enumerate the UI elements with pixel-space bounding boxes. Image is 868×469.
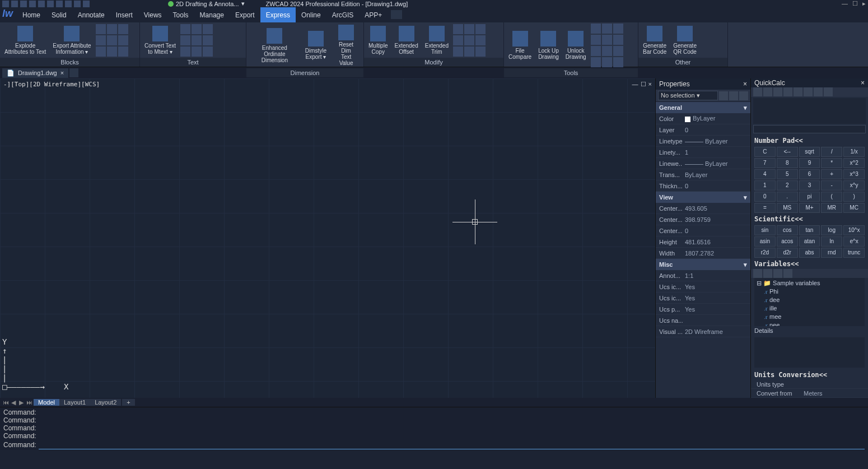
ribbon-small-button[interactable] [475,35,486,45]
ribbon-button[interactable]: MultipleCopy [366,25,390,56]
property-row[interactable]: Ucs ic...Yes [656,292,750,304]
calc-key[interactable]: 5 [777,169,798,179]
sci-key[interactable]: trunc [843,248,865,258]
menu-tab-insert[interactable]: Insert [110,7,138,22]
calc-key[interactable]: + [821,169,842,179]
ribbon-small-button[interactable] [180,35,190,45]
sci-key[interactable]: sin [754,225,776,235]
sci-key[interactable]: ln [821,236,842,247]
qc-tool-icon[interactable] [783,87,792,96]
menu-tab-express[interactable]: Express [260,7,296,22]
qat-icon[interactable] [47,1,54,7]
ribbon-small-button[interactable] [96,47,106,57]
sci-key[interactable]: abs [799,248,820,258]
ribbon-button[interactable]: Lock UpDrawing [536,30,561,61]
close-icon[interactable]: × [60,69,64,76]
units-title[interactable]: Units Conversion<< [751,370,868,380]
ribbon-button[interactable]: Convert Textto Mtext ▾ [142,25,178,56]
var-tool-icon[interactable] [763,269,772,278]
add-layout-button[interactable]: + [122,399,134,406]
var-item[interactable]: 𝑥nee [757,321,862,326]
ribbon-small-button[interactable] [453,47,463,57]
ribbon-button[interactable]: Export AttributeInformation ▾ [50,25,93,56]
ribbon-small-button[interactable] [453,24,463,34]
scientific-title[interactable]: Scientific<< [751,214,868,224]
qat-icon[interactable] [38,1,45,7]
ribbon-small-button[interactable] [613,24,623,34]
calc-key[interactable]: M+ [799,203,820,213]
quickcalc-header[interactable]: QuickCalc × [751,78,868,87]
var-item[interactable]: 𝑥Phi [757,287,862,296]
ribbon-small-button[interactable] [192,47,202,57]
ribbon-button[interactable]: GenerateBar Code [641,25,669,56]
property-row[interactable]: Linetype——— ByLayer [656,136,750,147]
properties-header[interactable]: Properties × [656,78,750,90]
next-layout-icon[interactable]: ▶ [18,399,25,406]
property-row[interactable]: Height481.6516 [656,236,750,248]
menu-tab-solid[interactable]: Solid [46,7,72,22]
menu-tab-app+[interactable]: APP+ [359,7,388,22]
qat-icon[interactable] [11,1,18,7]
ribbon-small-button[interactable] [602,46,612,56]
section-header[interactable]: General▾ [656,102,750,113]
variables-tree[interactable]: ⊟ 📁 Sample variables𝑥Phi𝑥dee𝑥ille𝑥mee𝑥ne… [754,278,865,326]
ribbon-small-button[interactable] [203,47,213,57]
maximize-icon[interactable]: ☐ [852,0,858,7]
quick-select-icon[interactable] [719,91,728,100]
ribbon-small-button[interactable] [118,47,128,57]
ribbon-small-button[interactable] [475,24,486,34]
ribbon-small-button[interactable] [107,35,117,45]
new-file-button[interactable] [69,68,78,77]
property-row[interactable]: Linewe...——— ByLayer [656,158,750,169]
calc-key[interactable]: x^2 [843,158,865,168]
ribbon-small-button[interactable] [180,24,190,34]
minimize-icon[interactable]: — [632,81,638,88]
sci-key[interactable]: cos [777,225,798,235]
var-tool-icon[interactable] [773,269,782,278]
calc-key[interactable]: 3 [799,180,820,191]
selection-dropdown[interactable]: No selection ▾ [658,91,718,100]
menu-tab-tools[interactable]: Tools [167,7,194,22]
select-objects-icon[interactable] [729,91,738,100]
ribbon-small-button[interactable] [107,47,117,57]
ribbon-button[interactable]: UnlockDrawing [563,30,589,61]
var-root[interactable]: ⊟ 📁 Sample variables [757,279,862,287]
ribbon-small-button[interactable] [118,24,128,34]
first-layout-icon[interactable]: ⏮ [2,399,9,406]
ribbon-button[interactable]: ExtendedTrim [423,25,451,56]
calc-key[interactable]: 1/x [843,147,865,157]
section-header[interactable]: Misc▾ [656,259,750,270]
sci-key[interactable]: e^x [843,236,865,247]
qat-icon[interactable] [2,1,9,7]
layout-tab[interactable]: Model [34,399,59,406]
sci-key[interactable]: acos [777,236,798,247]
calc-key[interactable]: . [777,192,798,202]
ribbon-small-button[interactable] [602,24,612,34]
qc-tool-icon[interactable] [773,87,782,96]
ribbon-button[interactable]: ExtendedOffset [392,25,420,56]
calc-key[interactable]: <-- [777,147,798,157]
calc-key[interactable]: x^3 [843,169,865,179]
ribbon-small-button[interactable] [464,47,474,57]
workspace-selector[interactable]: 2D Drafting & Annota... ▾ [168,0,245,7]
ribbon-small-button[interactable] [602,35,612,45]
numpad-title[interactable]: Number Pad<< [751,136,868,146]
ribbon-button[interactable]: Reset DimText Value [331,24,361,67]
file-tab[interactable]: 📄 Drawing1.dwg × [2,68,68,78]
calc-key[interactable]: MR [821,203,842,213]
menu-tab-views[interactable]: Views [138,7,167,22]
calc-key[interactable]: 1 [754,180,776,191]
drawing-viewport[interactable]: -][Top][2D Wireframe][WCS] — ☐ × Y↑|||□—… [0,78,655,398]
calc-key[interactable]: MS [777,203,798,213]
command-input[interactable] [39,441,865,449]
calc-key[interactable]: * [821,158,842,168]
menu-tab-export[interactable]: Export [230,7,260,22]
variables-title[interactable]: Variables<< [751,259,868,269]
property-row[interactable]: Center...398.9759 [656,214,750,225]
calc-key[interactable]: ) [843,192,865,202]
prev-layout-icon[interactable]: ◀ [10,399,17,406]
calc-key[interactable]: - [821,180,842,191]
ribbon-small-button[interactable] [591,46,601,56]
menu-tab-annotate[interactable]: Annotate [72,7,110,22]
property-row[interactable]: Trans...ByLayer [656,169,750,180]
